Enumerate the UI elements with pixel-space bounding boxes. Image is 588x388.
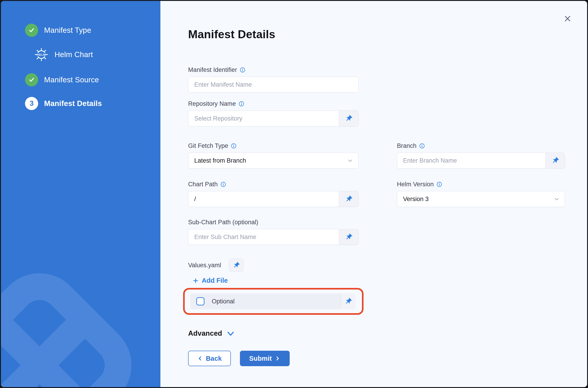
- label-text: Manifest Identifier: [188, 66, 237, 73]
- git-fetch-type-label: Git Fetch Type: [188, 142, 359, 149]
- optional-checkbox-row: Optional: [190, 293, 356, 309]
- add-file-label: Add File: [202, 277, 228, 284]
- step-number: 3: [30, 99, 33, 108]
- git-fetch-row: Git Fetch Type Latest from Branch: [188, 142, 565, 169]
- optional-checkbox-label: Optional: [212, 298, 235, 305]
- helm-logo-icon: HELM: [34, 47, 49, 62]
- helm-version-group: Helm Version Version 3: [397, 181, 565, 207]
- branch-group: Branch: [397, 142, 565, 169]
- git-fetch-type-select[interactable]: Latest from Branch: [188, 153, 359, 169]
- label-text: Chart Path: [188, 181, 218, 188]
- branch-input-group: [397, 153, 565, 169]
- branch-label: Branch: [397, 142, 565, 149]
- chart-path-label: Chart Path: [188, 181, 359, 188]
- pin-icon: [551, 157, 559, 165]
- submit-button-label: Submit: [249, 355, 272, 362]
- select-value: Version 3: [403, 195, 429, 203]
- sub-chart-path-label: Sub-Chart Path (optional): [188, 219, 359, 226]
- info-icon[interactable]: [436, 181, 442, 187]
- add-file-button[interactable]: Add File: [193, 277, 228, 284]
- screen-backdrop: Manifest Type: [0, 0, 588, 388]
- advanced-section-toggle[interactable]: Advanced: [188, 329, 235, 338]
- info-icon[interactable]: [240, 67, 245, 73]
- svg-text:HELM: HELM: [37, 53, 46, 56]
- pin-icon: [233, 262, 240, 269]
- runtime-input-pin-button[interactable]: [339, 229, 358, 245]
- pin-icon: [345, 115, 353, 122]
- sub-chart-path-input-group: [188, 229, 359, 245]
- step-manifest-source[interactable]: Manifest Source: [25, 73, 160, 86]
- manifest-details-panel: Manifest Details Manifest Identifier: [160, 1, 587, 387]
- back-button-label: Back: [206, 355, 222, 362]
- manifest-identifier-input-group: [188, 77, 359, 93]
- runtime-input-pin-button[interactable]: [341, 293, 356, 309]
- pin-icon: [345, 195, 353, 203]
- annotation-highlight-box: Optional: [183, 288, 364, 315]
- label-text: Branch: [397, 142, 416, 149]
- repository-name-group: Repository Name: [188, 100, 359, 126]
- git-fetch-type-group: Git Fetch Type Latest from Branch: [188, 142, 359, 169]
- wizard-step-sidebar: Manifest Type: [1, 1, 160, 387]
- chevron-right-icon: [274, 356, 280, 361]
- sub-chart-path-group: Sub-Chart Path (optional): [188, 219, 359, 245]
- step-label: Helm Chart: [55, 50, 93, 59]
- pin-icon: [345, 233, 353, 241]
- label-text: Git Fetch Type: [188, 142, 228, 149]
- pin-icon: [345, 297, 352, 305]
- chevron-down-icon: [227, 331, 235, 337]
- label-text: Repository Name: [188, 100, 236, 107]
- values-yaml-pin-button[interactable]: [229, 259, 244, 272]
- advanced-label: Advanced: [188, 329, 222, 338]
- wizard-actions: Back Submit: [188, 351, 565, 366]
- values-yaml-row: Values.yaml: [188, 259, 565, 272]
- repository-name-input-group: [188, 111, 359, 126]
- back-button[interactable]: Back: [188, 351, 231, 366]
- label-text: Helm Version: [397, 181, 434, 188]
- optional-checkbox[interactable]: [196, 297, 204, 305]
- chevron-left-icon: [197, 356, 203, 361]
- chevron-down-icon: [347, 157, 353, 164]
- helm-version-select[interactable]: Version 3: [397, 191, 565, 207]
- manifest-wizard-dialog: Manifest Type: [1, 1, 587, 387]
- info-icon[interactable]: [239, 101, 244, 107]
- step-complete-check-icon: [25, 24, 38, 37]
- manifest-identifier-input[interactable]: [188, 77, 358, 92]
- step-list: Manifest Type: [1, 1, 160, 110]
- page-title: Manifest Details: [188, 28, 587, 41]
- repository-name-label: Repository Name: [188, 100, 359, 107]
- close-icon: [564, 15, 571, 23]
- optional-checkbox-field: Optional: [190, 293, 341, 309]
- close-dialog-button[interactable]: [563, 14, 572, 24]
- repository-name-input[interactable]: [188, 111, 339, 126]
- step-manifest-type[interactable]: Manifest Type: [25, 24, 160, 37]
- info-icon[interactable]: [231, 143, 237, 149]
- helm-version-label: Helm Version: [397, 181, 565, 188]
- runtime-input-pin-button[interactable]: [545, 153, 565, 168]
- chart-path-input[interactable]: [188, 191, 339, 207]
- chart-path-row: Chart Path: [188, 181, 565, 207]
- manifest-details-form: Manifest Identifier Repository N: [188, 66, 565, 366]
- step-manifest-details-current[interactable]: 3 Manifest Details: [25, 97, 160, 110]
- chevron-down-icon: [553, 196, 560, 202]
- step-sub-helm-chart[interactable]: HELM Helm Chart: [34, 47, 160, 62]
- manifest-identifier-group: Manifest Identifier: [188, 66, 359, 93]
- runtime-input-pin-button[interactable]: [339, 191, 358, 207]
- branch-input[interactable]: [397, 153, 545, 168]
- step-label: Manifest Source: [44, 75, 99, 84]
- chart-path-group: Chart Path: [188, 181, 359, 207]
- step-number-badge: 3: [25, 97, 38, 110]
- plus-icon: [193, 278, 198, 284]
- step-complete-check-icon: [25, 73, 38, 86]
- values-yaml-label: Values.yaml: [188, 262, 221, 269]
- runtime-input-pin-button[interactable]: [339, 111, 358, 126]
- info-icon[interactable]: [220, 181, 226, 187]
- info-icon[interactable]: [419, 143, 425, 149]
- select-value: Latest from Branch: [194, 157, 246, 164]
- sub-chart-path-input[interactable]: [188, 229, 339, 245]
- chart-path-input-group: [188, 191, 359, 207]
- step-label: Manifest Type: [44, 26, 91, 35]
- manifest-identifier-label: Manifest Identifier: [188, 66, 359, 73]
- label-text: Sub-Chart Path (optional): [188, 219, 258, 226]
- step-label: Manifest Details: [44, 99, 102, 108]
- submit-button[interactable]: Submit: [240, 351, 290, 366]
